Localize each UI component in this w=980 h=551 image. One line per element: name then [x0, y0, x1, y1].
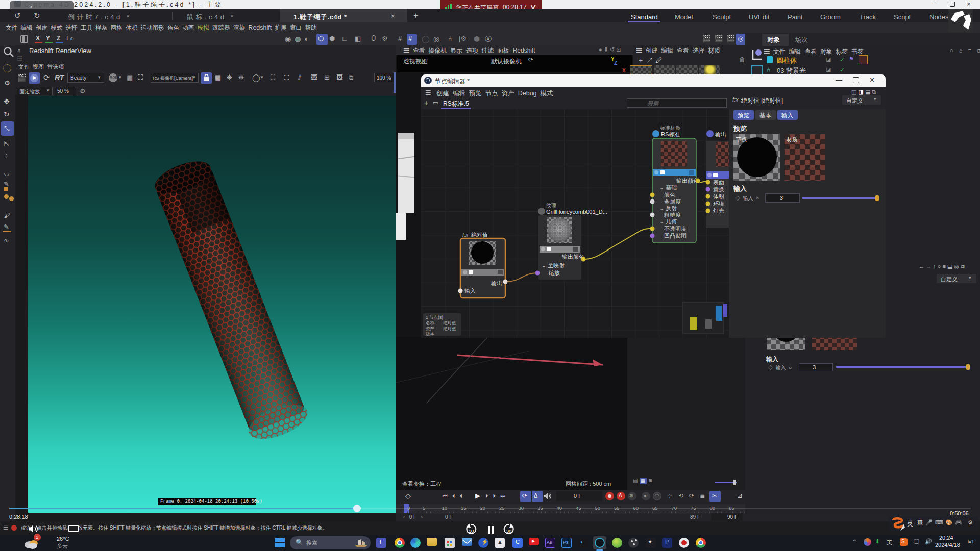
svg-text:版本: 版本	[426, 331, 435, 336]
svg-text:1 节点(s): 1 节点(s)	[426, 315, 443, 320]
svg-text:⌄ 基础: ⌄ 基础	[659, 184, 677, 190]
svg-text:名称 绝对值: 名称 绝对值	[426, 320, 456, 325]
svg-text:金属度: 金属度	[664, 198, 681, 205]
svg-text:凹凸贴图: 凹凸贴图	[664, 233, 687, 239]
svg-text:颜色: 颜色	[664, 192, 675, 198]
svg-text:粗糙度: 粗糙度	[664, 212, 681, 218]
svg-text:输出: 输出	[715, 131, 726, 137]
svg-text:⌄ 几何: ⌄ 几何	[659, 218, 677, 224]
svg-text:置换: 置换	[713, 186, 724, 192]
svg-text:纹理: 纹理	[546, 203, 556, 208]
svg-text:输出颜色: 输出颜色	[562, 254, 584, 260]
svg-text:f:x: f:x	[462, 232, 469, 238]
svg-text:⌄ 至映射: ⌄ 至映射	[542, 262, 565, 268]
svg-text:缩放: 缩放	[549, 270, 560, 276]
svg-text:绝对值: 绝对值	[471, 232, 488, 238]
svg-text:不透明度: 不透明度	[664, 226, 687, 232]
svg-text:灯光: 灯光	[713, 208, 724, 214]
svg-text:体积: 体积	[713, 193, 724, 199]
svg-text:⌄ 反射: ⌄ 反射	[659, 205, 677, 211]
svg-text:10: 10	[469, 528, 474, 534]
svg-text:输出: 输出	[491, 280, 502, 286]
svg-text:GrillHoneycomb001_D...: GrillHoneycomb001_D...	[546, 209, 607, 215]
svg-text:输入: 输入	[464, 288, 476, 294]
svg-text:表面: 表面	[713, 179, 724, 185]
svg-text:输出颜色: 输出颜色	[676, 178, 699, 184]
svg-text:标准材质: 标准材质	[659, 125, 680, 131]
svg-text:资产 绝对值: 资产 绝对值	[426, 326, 456, 331]
svg-text:环境: 环境	[713, 201, 724, 207]
svg-text:30: 30	[506, 528, 512, 534]
svg-text:RS标准: RS标准	[661, 131, 680, 137]
